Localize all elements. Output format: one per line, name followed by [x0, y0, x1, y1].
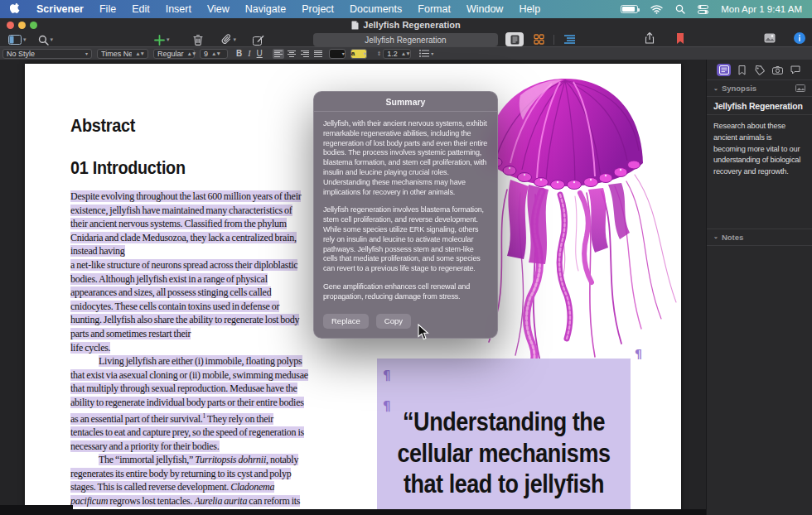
- align-justify-button[interactable]: [312, 49, 324, 59]
- menu-file[interactable]: File: [99, 3, 116, 15]
- align-left-button[interactable]: [273, 49, 284, 59]
- share-button[interactable]: [645, 32, 655, 44]
- menu-project[interactable]: Project: [302, 3, 334, 15]
- compose-icon: [253, 35, 264, 46]
- text-color-well[interactable]: ▾: [329, 49, 346, 59]
- tab-bookmarks[interactable]: [735, 64, 749, 76]
- menu-edit[interactable]: Edit: [132, 3, 150, 15]
- search-menu-button[interactable]: ▾: [38, 35, 54, 46]
- document-view-button[interactable]: [505, 32, 524, 46]
- summary-actions: Replace Copy: [314, 312, 497, 338]
- outline-view-button[interactable]: [560, 32, 578, 46]
- menu-window[interactable]: Window: [466, 3, 503, 15]
- synopsis-title[interactable]: Jellyfish Regeneration: [707, 97, 812, 115]
- add-item-button[interactable]: ▾: [154, 35, 170, 46]
- document-view-icon: [510, 35, 520, 45]
- trash-button[interactable]: [193, 34, 203, 46]
- align-right-button[interactable]: [299, 49, 311, 59]
- menu-format[interactable]: Format: [418, 3, 451, 15]
- title-bar: Jellyfish Regeneration: [0, 18, 812, 31]
- style-dropdown[interactable]: No Style▾: [2, 49, 92, 59]
- screen: Scrivener File Edit Insert View Navigate…: [0, 0, 812, 515]
- trash-icon: [193, 34, 203, 46]
- synopsis-text[interactable]: Research about these ancient animals is …: [707, 115, 812, 184]
- comment-bubble-icon: [790, 65, 800, 75]
- tab-metadata[interactable]: [752, 64, 766, 76]
- tag-icon: [755, 65, 765, 75]
- heading-introduction[interactable]: 01 Introduction: [70, 158, 186, 179]
- bookmark-icon: [676, 33, 684, 44]
- outline-icon: [564, 35, 575, 44]
- corkboard-view-button[interactable]: [529, 32, 548, 46]
- menu-bar: Scrivener File Edit Insert View Navigate…: [0, 0, 812, 18]
- tab-synopsis[interactable]: [717, 64, 731, 76]
- pull-quote-text: “Understanding the cellular mechanisms t…: [394, 407, 614, 500]
- notes-section-header[interactable]: ⌄ Notes: [707, 229, 812, 246]
- control-center-icon[interactable]: [698, 5, 708, 14]
- window-title: Jellyfish Regeneration: [363, 20, 460, 30]
- battery-icon[interactable]: [621, 5, 638, 13]
- chevron-down-icon: ⌄: [713, 233, 718, 240]
- menu-view[interactable]: View: [207, 3, 230, 15]
- typeface-dropdown[interactable]: Regular▲▼: [153, 49, 195, 59]
- pull-quote-block[interactable]: ¶ ¶ “Understanding the cellular mechanis…: [377, 359, 631, 515]
- photo-icon: [764, 33, 776, 43]
- paragraph[interactable]: Despite evolving throughout the last 600…: [70, 190, 352, 354]
- spotlight-search-icon[interactable]: [675, 4, 685, 14]
- pilcrow-icon: ¶: [635, 347, 642, 360]
- format-bar: No Style▾ Times New Roman▲▼ Regular▲▼ 9▲…: [0, 46, 812, 60]
- menu-documents[interactable]: Documents: [350, 3, 402, 15]
- inspector-info-button[interactable]: [794, 32, 805, 44]
- paragraph[interactable]: The “immortal jellyfish,” Turritopsis do…: [70, 453, 352, 515]
- summary-body: Jellyfish, with their ancient nervous sy…: [314, 112, 497, 312]
- compose-button[interactable]: [253, 35, 264, 46]
- synopsis-label: Synopsis: [722, 84, 756, 93]
- replace-button[interactable]: Replace: [323, 314, 369, 329]
- media-button[interactable]: [764, 33, 776, 43]
- bold-button[interactable]: B: [236, 49, 242, 58]
- body-text-column[interactable]: Despite evolving throughout the last 600…: [70, 190, 352, 515]
- menu-insert[interactable]: Insert: [166, 3, 191, 15]
- menu-clock[interactable]: Mon Apr 1 9:41 AM: [721, 4, 802, 14]
- menu-help[interactable]: Help: [519, 3, 540, 15]
- summary-paragraph: Jellyfish regeneration involves blastema…: [323, 205, 488, 274]
- alignment-group: [273, 49, 324, 59]
- font-dropdown[interactable]: Times New Roman▲▼: [97, 49, 148, 59]
- pilcrow-icon: ¶: [383, 368, 391, 383]
- notes-card-icon: [719, 65, 729, 75]
- menu-navigate[interactable]: Navigate: [245, 3, 286, 15]
- project-search-field[interactable]: [313, 33, 498, 46]
- mouse-cursor: [418, 324, 429, 340]
- line-spacing-field[interactable]: 1.2▲▼: [383, 49, 411, 59]
- sidebar-toggle-button[interactable]: ▾: [8, 35, 27, 45]
- apple-menu-icon[interactable]: [10, 3, 21, 16]
- menu-scrivener[interactable]: Scrivener: [36, 3, 84, 15]
- chevron-down-icon: ▾: [23, 36, 27, 43]
- info-icon: [794, 32, 805, 44]
- attachments-button[interactable]: ▾: [221, 34, 237, 46]
- synopsis-image-toggle-icon[interactable]: [795, 84, 805, 92]
- share-icon: [645, 32, 655, 44]
- synopsis-section-header[interactable]: ⌄ Synopsis: [707, 79, 812, 96]
- tab-comments[interactable]: [788, 64, 802, 76]
- summary-paragraph: Jellyfish, with their ancient nervous sy…: [323, 119, 488, 197]
- copy-button[interactable]: Copy: [376, 314, 411, 329]
- tab-snapshots[interactable]: [771, 64, 785, 76]
- bookmark-button[interactable]: [676, 33, 684, 44]
- search-icon: [38, 35, 49, 46]
- synopsis-card[interactable]: Jellyfish Regeneration Research about th…: [707, 96, 812, 184]
- italic-button[interactable]: I: [248, 49, 250, 58]
- highlight-color-well[interactable]: a▾: [350, 49, 367, 59]
- wifi-icon[interactable]: [650, 5, 663, 14]
- footer-strip: [0, 509, 706, 515]
- window-title-row: Jellyfish Regeneration: [0, 20, 812, 30]
- paragraph[interactable]: Living jellyfish are either (i) immobile…: [70, 354, 352, 453]
- paperclip-icon: [221, 34, 232, 46]
- font-size-field[interactable]: 9▲▼: [200, 49, 228, 59]
- bookmark-outline-icon: [738, 65, 746, 75]
- heading-abstract[interactable]: Abstract: [70, 116, 135, 137]
- chevron-down-icon: ▾: [167, 36, 170, 43]
- align-center-button[interactable]: [286, 49, 297, 59]
- list-menu-button[interactable]: ▾: [419, 50, 433, 57]
- underline-button[interactable]: U: [257, 49, 263, 58]
